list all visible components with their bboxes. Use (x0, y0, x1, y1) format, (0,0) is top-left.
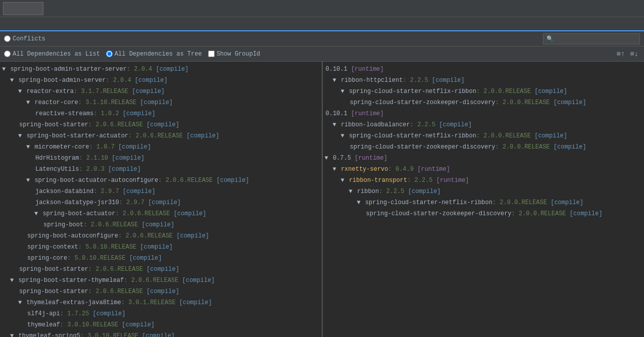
show-groupid-checkbox[interactable] (208, 51, 215, 57)
tree-item[interactable]: ▼ ribbon-loadbalancer: 2.2.5 [compile] (323, 119, 645, 130)
all-list-radio-label[interactable]: All Dependencies as List (4, 51, 100, 58)
tree-item[interactable]: ▼ spring-cloud-starter-netflix-ribbon: 2… (323, 86, 645, 97)
dep-scope: [compile] (119, 188, 156, 195)
tree-item[interactable]: ▼ spring-boot-admin-starter-server: 2.0.… (0, 64, 322, 75)
tree-item[interactable]: spring-boot-starter: 2.0.6.RELEASE [comp… (0, 119, 322, 130)
tree-arrow: ▼ (341, 177, 348, 184)
tree-item[interactable]: spring-cloud-starter-zookeeper-discovery… (323, 208, 645, 219)
search-input[interactable] (556, 35, 636, 42)
tree-item[interactable]: ▼ spring-cloud-starter-netflix-ribbon: 2… (323, 130, 645, 141)
dep-version: : 1.0.2 (93, 110, 119, 117)
tree-arrow: ▼ (18, 132, 25, 139)
dep-scope: [compile] (144, 199, 181, 206)
tree-item[interactable]: ▼ thymeleaf-extras-java8time: 3.0.1.RELE… (0, 297, 322, 308)
dep-name: jackson-databind (35, 188, 93, 195)
dep-version: : 2.0.4 (127, 66, 152, 73)
tree-arrow: ▼ (333, 77, 340, 84)
tree-item[interactable]: ▼ micrometer-core: 1.0.7 [compile] (0, 141, 322, 153)
dep-scope: [compile] (143, 266, 179, 273)
dep-version: : 2.0.6.RELEASE (115, 210, 170, 217)
tree-item[interactable]: slf4j-api: 1.7.25 [compile] (0, 308, 322, 319)
dep-version: : 0.4.9 (388, 166, 414, 173)
tree-item[interactable]: ▼ ribbon-transport: 2.2.5 [runtime] (323, 175, 645, 186)
tree-item[interactable]: LatencyUtils: 2.0.3 [compile] (0, 164, 322, 175)
dep-name: spring-boot-starter (19, 266, 88, 273)
dep-version: : 2.2.5 (410, 121, 435, 128)
dep-scope: [compile] (89, 310, 125, 317)
tree-item[interactable]: reactive-streams: 1.0.2 [compile] (0, 108, 322, 119)
tree-item[interactable]: spring-cloud-starter-zookeeper-discovery… (323, 141, 645, 153)
dep-version: : 2.0.0.RELEASE (512, 210, 566, 217)
all-tree-radio-label[interactable]: All Dependencies as Tree (106, 51, 202, 58)
dep-name: reactor-extra (26, 88, 74, 95)
tree-item[interactable]: ▼ spring-boot-starter-actuator: 2.0.6.RE… (0, 130, 322, 141)
dep-name: ribbon-loadbalancer (341, 121, 410, 128)
dep-scope: [compile] (118, 321, 155, 328)
dep-name: 0.7.5 (333, 155, 351, 162)
tree-item[interactable]: ▼ spring-boot-admin-server: 2.0.4 [compi… (0, 75, 322, 86)
all-list-radio[interactable] (4, 51, 11, 57)
dep-name: spring-core (27, 255, 67, 262)
dep-scope: [compile] (136, 244, 173, 251)
tree-item[interactable]: HdrHistogram: 2.1.10 [compile] (0, 153, 322, 164)
all-tree-radio[interactable] (106, 51, 113, 57)
dep-version: : 2.2.5 (403, 77, 428, 84)
tree-item[interactable]: spring-boot-starter: 2.0.6.RELEASE [comp… (0, 264, 322, 275)
dep-version: : 2.1.10 (79, 155, 108, 162)
dep-scope: [runtime] (351, 155, 387, 162)
show-groupid-label[interactable]: Show GroupId (208, 51, 260, 58)
dep-version: : 2.0.6.RELEASE (124, 277, 178, 284)
tree-item[interactable]: ▼ reactor-core: 3.1.10.RELEASE [compile] (0, 97, 322, 108)
tree-item[interactable]: ▼ rxnetty-servo: 0.4.9 [runtime] (323, 164, 645, 175)
tree-item[interactable]: ▼ spring-boot-actuator-autoconfigure: 2.… (0, 175, 322, 186)
tree-arrow: ▼ (10, 77, 17, 84)
all-tree-label: All Dependencies as Tree (115, 51, 202, 58)
tree-item[interactable]: ▼ spring-cloud-starter-netflix-ribbon: 2… (323, 197, 645, 208)
tree-item[interactable]: thymeleaf: 3.0.10.RELEASE [compile] (0, 319, 322, 330)
tree-item[interactable]: spring-cloud-starter-zookeeper-discovery… (323, 97, 645, 108)
tree-item[interactable]: spring-context: 5.0.10.RELEASE [compile] (0, 242, 322, 253)
dep-version: : 2.0.6.RELEASE (88, 266, 143, 273)
dep-version: : 2.0.6.RELEASE (128, 132, 183, 139)
tree-item[interactable]: 0.10.1 [runtime] (323, 108, 645, 119)
tree-item[interactable]: ▼ spring-boot-starter-thymeleaf: 2.0.6.R… (0, 275, 322, 286)
dep-scope: [compile] (531, 88, 567, 95)
conflicts-radio-label[interactable]: Conflicts (4, 35, 45, 42)
dep-name: reactive-streams (35, 110, 93, 117)
tree-item[interactable]: spring-core: 5.0.10.RELEASE [compile] (0, 253, 322, 264)
refresh-button[interactable] (3, 2, 43, 15)
tree-item[interactable]: spring-boot: 2.0.6.RELEASE [compile] (0, 219, 322, 230)
left-tree-panel: ▼ spring-boot-admin-starter-server: 2.0.… (0, 62, 322, 337)
dep-version: : 5.0.10.RELEASE (78, 244, 136, 251)
dep-scope: [compile] (119, 110, 156, 117)
tree-item[interactable]: ▼ ribbon: 2.2.5 [compile] (323, 186, 645, 197)
sort-asc-icon[interactable]: ≡↑ (615, 50, 626, 59)
tree-item[interactable]: ▼ spring-boot-actuator: 2.0.6.RELEASE [c… (0, 208, 322, 219)
search-box: 🔍 (543, 33, 640, 44)
tree-item[interactable]: ▼ reactor-extra: 3.1.7.RELEASE [compile] (0, 86, 322, 97)
dep-version: : 2.9.7 (119, 199, 144, 206)
tree-item[interactable]: ▼ ribbon-httpclient: 2.2.5 [compile] (323, 75, 645, 86)
dep-scope: [compile] (176, 299, 212, 306)
sort-desc-icon[interactable]: ≡↓ (628, 50, 640, 59)
dep-name: spring-boot-starter-actuator (26, 132, 128, 139)
tree-item[interactable]: jackson-datatype-jsr310: 2.9.7 [compile] (0, 197, 322, 208)
dependencies-tab[interactable] (0, 17, 16, 31)
dep-scope: [compile] (125, 255, 162, 262)
dep-version: : 3.0.1.RELEASE (121, 299, 176, 306)
tree-item[interactable]: spring-boot-autoconfigure: 2.0.6.RELEASE… (0, 230, 322, 242)
tree-item[interactable]: ▼ 0.7.5 [runtime] (323, 153, 645, 164)
tree-item[interactable]: spring-boot-starter: 2.0.6.RELEASE [comp… (0, 286, 322, 297)
tree-item[interactable]: ▼ thymeleaf-spring5: 3.0.10.RELEASE [com… (0, 330, 322, 337)
tree-item[interactable]: 0.10.1 [runtime] (323, 64, 645, 75)
tree-item[interactable]: jackson-databind: 2.9.7 [compile] (0, 186, 322, 197)
conflicts-radio[interactable] (4, 35, 11, 42)
dep-scope: [compile] (428, 77, 465, 84)
dep-scope: [compile] (550, 99, 586, 106)
tree-arrow: ▼ (349, 188, 356, 195)
dep-name: spring-boot (43, 221, 83, 228)
dep-version: : 2.0.0.RELEASE (476, 88, 531, 95)
dep-scope: [compile] (128, 88, 165, 95)
dep-name: spring-cloud-starter-netflix-ribbon (349, 88, 476, 95)
dep-version: : 5.0.10.RELEASE (67, 255, 125, 262)
